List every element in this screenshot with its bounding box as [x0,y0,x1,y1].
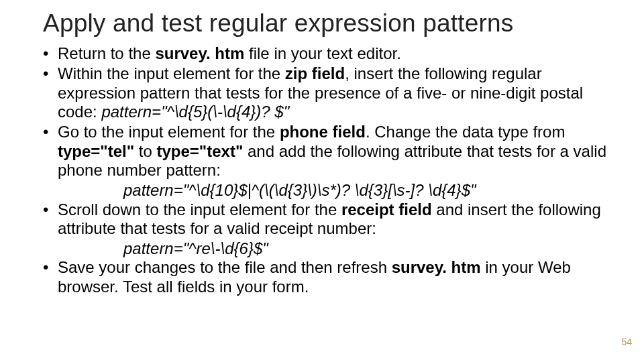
bold-type-text: type="text" [157,142,244,160]
text: Go to the input element for the [58,123,280,141]
bold-field: receipt field [341,200,432,219]
bold-filename: survey. htm [392,258,481,276]
code-pattern-receipt: pattern="^re\-\d{6}$" [123,239,612,258]
bullet-5: Save your changes to the file and then r… [43,258,612,296]
bullet-list: Return to the survey. htm file in your t… [43,44,612,180]
bullet-3: Go to the input element for the phone fi… [43,123,612,180]
code-pattern-phone: pattern="^\d{10}$|^(\(\d{3}\)\s*)? \d{3}… [123,181,612,200]
text: file in your text editor. [244,44,400,62]
bullet-4: Scroll down to the input element for the… [43,200,612,239]
text: Return to the [58,44,155,62]
bold-filename: survey. htm [155,44,244,62]
bold-type-tel: type="tel" [58,142,134,160]
page-number: 54 [621,337,632,347]
bullet-1: Return to the survey. htm file in your t… [43,44,612,63]
slide: Apply and test regular expression patter… [0,0,644,362]
bold-field: zip field [285,64,345,82]
text: . Change the data type from [366,123,566,141]
text: Scroll down to the input element for the [58,200,341,219]
slide-title: Apply and test regular expression patter… [43,9,612,38]
bold-field: phone field [280,123,366,141]
text: to [134,142,156,160]
bullet-list-cont2: Save your changes to the file and then r… [43,258,612,296]
bullet-list-cont: Scroll down to the input element for the… [43,200,612,239]
bullet-2: Within the input element for the zip fie… [43,64,612,121]
code-pattern-zip: pattern="^\d{5}(\-\d{4})? $" [101,103,289,121]
text: Within the input element for the [58,64,285,82]
text: Save your changes to the file and then r… [58,258,392,276]
